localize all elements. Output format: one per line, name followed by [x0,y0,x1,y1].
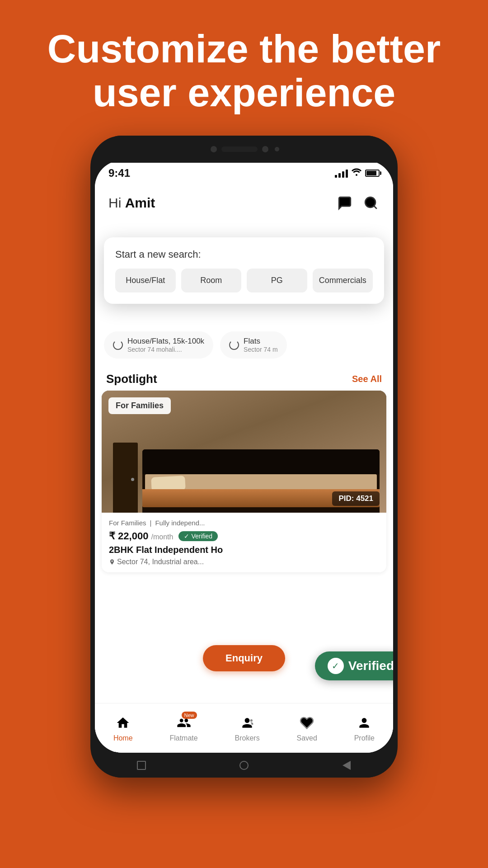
verified-check-icon: ✓ [328,658,344,674]
tag-independent: Fully independ... [155,519,205,527]
recent-item-2[interactable]: Flats Sector 74 m [220,331,286,359]
price-period: /month [151,533,174,541]
card-image: For Families PID: 4521 [102,391,386,513]
android-back-btn[interactable] [340,759,353,772]
headline: Customize the better user experience [0,27,488,115]
recent-sub-1: Sector 74 mohali.... [127,346,204,353]
verified-overlay: ✓ Verified [315,651,393,680]
nav-item-home[interactable]: Home [113,714,133,742]
card-location: Sector 74, Industrial area... [109,558,379,566]
nav-item-profile[interactable]: Profile [354,714,375,742]
nav-label-home: Home [113,734,133,742]
category-room[interactable]: Room [181,269,242,292]
svg-point-0 [356,174,357,176]
refresh-icon-1 [113,340,123,350]
status-time: 9:41 [108,167,130,179]
card-title: 2BHK Flat Independent Ho [109,545,379,555]
enquiry-button[interactable]: Enquiry [203,645,285,671]
wifi-icon [352,168,361,178]
camera-dot [211,146,217,152]
recent-title-1: House/Flats, 15k-100k [127,337,204,346]
search-popup-title: Start a new search: [115,249,373,260]
nav-item-flatmate[interactable]: New Flatmate [169,714,197,742]
bed-headboard [142,449,380,474]
see-all-link[interactable]: See All [352,374,382,384]
profile-icon [356,714,373,731]
verified-overlay-text: Verified [348,659,393,673]
phone-notch [90,136,398,163]
category-pg[interactable]: PG [247,269,307,292]
sensor-dot [275,147,279,151]
home-icon [114,714,131,731]
verified-badge: ✓ Verified [178,531,218,541]
greeting-hi: Hi [108,195,121,210]
for-families-badge: For Families [108,397,171,414]
tag-families: For Families [109,519,146,527]
spotlight-title: Spotlight [106,372,157,386]
category-house-flat[interactable]: House/Flat [115,269,176,292]
phone-screen: 9:41 [95,160,393,753]
bottom-nav: Home New Flatmate Brokers [95,703,393,753]
pid-badge: PID: 4521 [332,491,380,506]
phone-bottom-bar [90,753,398,778]
greeting: Hi Amit [108,195,155,211]
svg-point-3 [250,719,253,722]
nav-label-profile: Profile [354,734,375,742]
app-header: Hi Amit [95,185,393,218]
door-element [113,443,138,513]
nav-item-saved[interactable]: Saved [296,714,317,742]
nav-label-brokers: Brokers [235,734,260,742]
nav-label-saved: Saved [296,734,317,742]
location-text: Sector 74, Industrial area... [117,558,204,566]
android-square-btn[interactable] [135,759,148,772]
category-commercials[interactable]: Commercials [313,269,373,292]
flatmate-icon: New [175,714,192,731]
brokers-icon [239,714,256,731]
search-categories: House/Flat Room PG Commercials [115,269,373,292]
phone-shell: 9:41 [90,136,398,778]
speaker [221,146,258,152]
card-price: ₹ 22,000 /month [109,530,173,542]
location-icon [109,559,115,565]
card-tags: For Families | Fully independ... [109,519,379,527]
chat-button[interactable] [336,194,353,212]
door-handle [131,478,134,481]
svg-line-2 [374,206,377,209]
front-camera [262,146,268,152]
flatmate-new-badge: New [182,712,197,719]
spotlight-header: Spotlight See All [95,365,393,391]
search-popup: Start a new search: House/Flat Room PG C… [104,237,384,304]
headline-line1: Customize the better [47,26,441,71]
screen-content: Hi Amit [95,185,393,753]
search-button[interactable] [362,194,380,212]
card-price-row: ₹ 22,000 /month ✓ Verified [109,530,379,542]
headline-line2: user experience [93,70,395,115]
status-bar: 9:41 [95,160,393,185]
android-home-btn[interactable] [237,759,251,772]
signal-icon [335,169,348,178]
nav-label-flatmate: Flatmate [169,734,197,742]
battery-icon [365,170,380,177]
card-info: For Families | Fully independ... ₹ 22,00… [102,513,386,572]
property-card: For Families PID: 4521 For Families | Fu… [102,391,386,572]
status-icons [335,168,380,178]
nav-item-brokers[interactable]: Brokers [235,714,260,742]
svg-point-1 [365,197,375,208]
header-icons [336,194,380,212]
recent-sub-2: Sector 74 m [244,346,277,353]
notch-sensors [209,146,279,152]
saved-icon [298,714,315,731]
refresh-icon-2 [229,340,239,350]
recent-title-2: Flats [244,337,277,346]
recent-item-1[interactable]: House/Flats, 15k-100k Sector 74 mohali..… [104,331,213,359]
greeting-username: Amit [125,195,155,210]
